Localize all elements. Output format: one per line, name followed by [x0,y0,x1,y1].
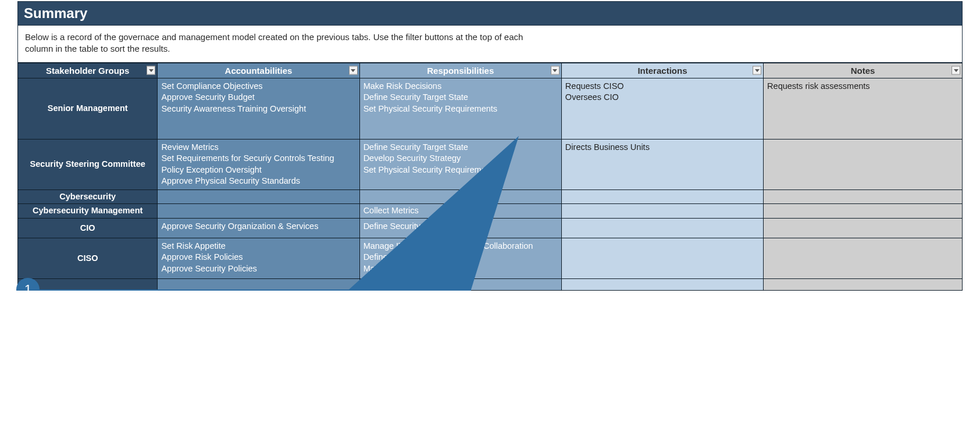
filter-button[interactable] [952,66,960,75]
stakeholder-group-cell: CISO [18,238,158,278]
accountabilities-cell: Approve Security Organization & Services [158,218,359,238]
table-row: Cybersecurity ManagementCollect Metrics [18,204,963,219]
accountabilities-cell: Set Compliance Objectives Approve Securi… [158,78,359,139]
stakeholder-group-cell: CIO [18,218,158,238]
responsibilities-cell: Define Security Target State Develop Sec… [359,139,561,189]
col-header-interactions: Interactions [561,63,763,78]
col-header-label: Stakeholder Groups [46,66,129,76]
callout-box: Tab 6 will summarize the governance mode… [23,289,471,291]
filter-button[interactable] [551,66,560,75]
table-row: Cybersecurity [18,189,963,204]
summary-table: Stakeholder Groups Accountabilities Resp… [17,63,963,291]
responsibilities-cell: Manage IT-Information Security Collabora… [359,238,561,278]
table-row: CISOSet Risk Appetite Approve Risk Polic… [18,238,963,278]
stakeholder-group-cell: Security Steering Committee [18,139,158,189]
interactions-cell [561,238,763,278]
col-header-accountabilities: Accountabilities [158,63,359,78]
responsibilities-cell: Define Security Target State [359,218,561,238]
filter-button[interactable] [147,66,155,75]
empty-cell [764,278,963,290]
table-row-blank [18,278,963,290]
interactions-cell: Directs Business Units [561,139,763,189]
col-header-stakeholder: Stakeholder Groups [18,63,158,78]
table-row: Senior ManagementSet Compliance Objectiv… [18,78,963,139]
interactions-cell [561,189,763,204]
accountabilities-cell: Set Risk Appetite Approve Risk Policies … [158,238,359,278]
responsibilities-cell: Make Risk Decisions Define Security Targ… [359,78,561,139]
svg-marker-2 [553,69,557,72]
empty-cell [561,278,763,290]
notes-cell [764,139,963,189]
interactions-cell [561,204,763,219]
accountabilities-cell [158,189,359,204]
stakeholder-group-cell: Cybersecurity Management [18,204,158,219]
table-header-row: Stakeholder Groups Accountabilities Resp… [18,63,963,78]
svg-marker-4 [954,69,958,72]
interactions-cell: Requests CISO Oversees CIO [561,78,763,139]
responsibilities-cell [359,189,561,204]
filter-button[interactable] [753,66,761,75]
stakeholder-group-cell: Senior Management [18,78,158,139]
col-header-notes: Notes [764,63,963,78]
notes-cell [764,189,963,204]
accountabilities-cell: Review Metrics Set Requirements for Secu… [158,139,359,189]
responsibilities-cell: Collect Metrics [359,204,561,219]
svg-marker-0 [149,69,154,72]
svg-marker-3 [755,69,760,72]
notes-cell [764,218,963,238]
intro-text: Below is a record of the governace and m… [18,26,541,62]
table-row: CIOApprove Security Organization & Servi… [18,218,963,238]
col-header-label: Responsibilities [427,66,494,76]
notes-cell [764,238,963,278]
table-row: Security Steering CommitteeReview Metric… [18,139,963,189]
notes-cell [764,204,963,219]
empty-cell [158,278,359,290]
summary-panel: Summary Below is a record of the governa… [17,1,963,63]
svg-marker-1 [351,69,355,72]
stakeholder-group-cell: Cybersecurity [18,189,158,204]
col-header-label: Interactions [637,66,687,76]
summary-table-wrap: Stakeholder Groups Accountabilities Resp… [17,63,963,291]
col-header-responsibilities: Responsibilities [359,63,561,78]
col-header-label: Accountabilities [225,66,293,76]
interactions-cell [561,218,763,238]
filter-button[interactable] [349,66,358,75]
empty-cell [359,278,561,290]
col-header-label: Notes [851,66,875,76]
accountabilities-cell [158,204,359,219]
notes-cell: Requests risk assessments [764,78,963,139]
page-title: Summary [18,2,962,26]
